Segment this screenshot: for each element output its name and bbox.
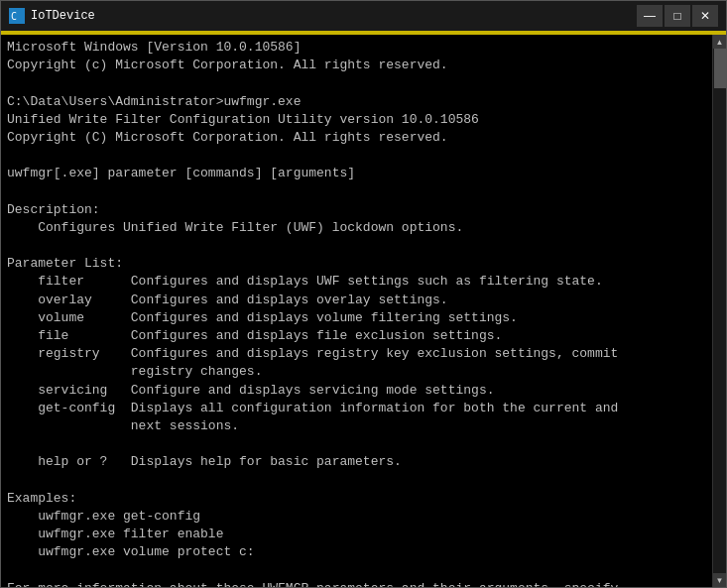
maximize-button[interactable]: □ — [665, 5, 690, 27]
scrollbar-track — [713, 49, 726, 573]
terminal-icon: C — [9, 8, 25, 24]
scroll-down-button[interactable]: ▼ — [713, 573, 727, 587]
window: C IoTDevice — □ ✕ Microsoft Windows [Ver… — [0, 0, 727, 588]
scrollbar: ▲ ▼ — [712, 35, 726, 587]
window-title: IoTDevice — [31, 9, 637, 23]
close-button[interactable]: ✕ — [692, 5, 718, 27]
minimize-button[interactable]: — — [637, 5, 663, 27]
window-controls: — □ ✕ — [637, 5, 718, 27]
scroll-up-button[interactable]: ▲ — [713, 35, 727, 49]
scrollbar-thumb[interactable] — [714, 49, 726, 88]
svg-text:C: C — [11, 11, 17, 22]
terminal-wrapper: Microsoft Windows [Version 10.0.10586] C… — [1, 35, 726, 587]
terminal-content[interactable]: Microsoft Windows [Version 10.0.10586] C… — [1, 35, 712, 587]
title-bar: C IoTDevice — □ ✕ — [1, 1, 726, 31]
